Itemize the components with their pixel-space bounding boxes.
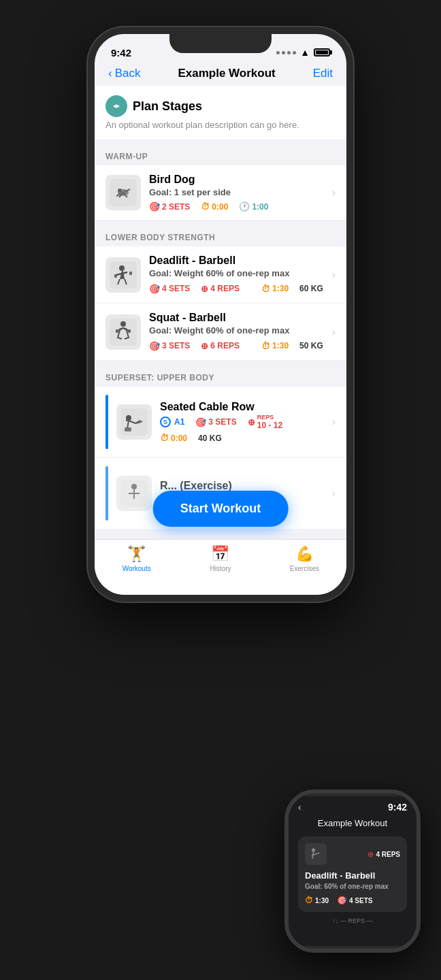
watch-stats: ⏱ 1:30 🎯 4 SETS [305,896,400,905]
exercise-name-squat: Squat - Barbell [149,312,329,324]
back-button[interactable]: ‹ Back [108,67,140,80]
svg-rect-12 [129,272,132,275]
plan-stages-icon [105,95,127,117]
chevron-right-deadlift: › [332,269,336,281]
watch-time-icon: ⏱ [305,896,313,905]
watch-crown [418,834,421,855]
tab-exercises[interactable]: 💪 Exercises [263,545,346,572]
tab-workouts[interactable]: 🏋️ Workouts [95,545,178,572]
stat-reps-cable-row: ⊕ REPS 10 - 12 [248,414,282,430]
watch-reps-badge: ⊕ 4 REPS [368,850,400,859]
stat-sets: 🎯 2 SETS [149,201,190,212]
watch-band-bottom [302,946,403,953]
svg-point-4 [118,189,122,193]
exercise-image-deadlift [105,257,141,293]
plan-stages-card: Plan Stages An optional workout plan des… [95,86,346,140]
section-warmup: WARM-UP [95,145,346,220]
svg-rect-11 [114,274,117,278]
stat-reps-squat: ⊕ 6 REPS [201,340,240,352]
watch-exercise-goal: Goal: 60% of one-rep max [305,883,400,890]
status-time: 9:42 [111,47,131,59]
workouts-icon: 🏋️ [127,545,146,563]
exercise-name-superset-2: R... (Exercise) [160,480,329,492]
svg-point-18 [126,415,131,421]
plan-stages-title: Plan Stages [133,99,202,114]
watch-title: Example Workout [298,818,407,828]
svg-point-21 [131,484,137,489]
section-header-warmup: WARM-UP [95,145,346,165]
exercise-name-cable-row: Seated Cable Row [160,401,329,413]
content-area: Plan Stages An optional workout plan des… [95,86,346,548]
watch-status-bar: ‹ 9:42 [298,802,407,813]
tab-bar: 🏋️ Workouts 📅 History 💪 Exercises [95,539,346,595]
exercise-bird-dog[interactable]: Bird Dog Goal: 1 set per side 🎯 2 SETS [95,165,346,220]
watch-reps-text: 4 REPS [376,851,400,858]
stat-weight-deadlift: 60 KG [299,282,323,295]
stat-time-deadlift: ⏱ 1:30 [261,282,289,295]
section-header-lower-body: LOWER BODY STRENGTH [95,226,346,246]
watch-stat-sets: 🎯 4 SETS [337,896,372,905]
tab-history[interactable]: 📅 History [178,545,262,572]
signal-icon [276,51,296,54]
superset-bar [105,395,108,449]
exercise-stats2-cable-row: ⏱ 0:00 40 KG [160,433,329,443]
svg-point-14 [120,321,126,327]
watch-exercise-img [305,843,327,865]
exercise-name-bird-dog: Bird Dog [149,174,329,186]
watch-reps-icon: ⊕ [368,850,374,859]
edit-button[interactable]: Edit [313,67,333,80]
exercise-goal-squat: Goal: Weight 60% of one-rep max [149,325,329,336]
stat-weight-cable-row: 40 KG [198,433,222,443]
nav-bar: ‹ Back Example Workout Edit [95,64,346,86]
chevron-right-cable-row: › [332,416,336,428]
history-icon: 📅 [211,545,229,563]
stat-time-start: ⏱ 0:00 [201,201,228,212]
stat-sets-deadlift: 🎯 4 SETS [149,282,190,295]
watch-bottom: ↑↓ — REPS — [298,917,407,924]
iphone-notch [169,34,272,53]
chevron-right-superset-2: › [332,487,336,500]
svg-rect-15 [116,329,118,333]
wifi-icon: ▲ [300,47,310,58]
svg-point-1 [115,105,118,108]
exercise-stats-deadlift: 🎯 4 SETS ⊕ 4 REPS ⏱ 1:30 [149,282,329,295]
svg-point-22 [312,848,315,851]
watch-exercise-card: ⊕ 4 REPS Deadlift - Barbell Goal: 60% of… [298,836,407,912]
section-header-superset: SUPERSET: UPPER BODY [95,366,346,387]
exercise-name-deadlift: Deadlift - Barbell [149,255,329,267]
exercise-image-bird-dog [105,175,141,210]
back-label: Back [115,67,141,80]
exercise-image-squat [105,314,141,350]
apple-watch: ‹ 9:42 Example Workout ⊕ 4 REPS [284,789,421,953]
watch-time: 9:42 [388,802,407,813]
exercise-image-cable-row [116,404,152,440]
exercise-stats-squat: 🎯 3 SETS ⊕ 6 REPS ⏱ 1:30 [149,340,329,352]
watch-exercise-header: ⊕ 4 REPS [305,843,400,865]
exercise-details-cable-row: Seated Cable Row S A1 🎯 3 SETS [160,401,329,443]
exercise-seated-cable-row[interactable]: Seated Cable Row S A1 🎯 3 SETS [95,387,346,458]
exercise-details-bird-dog: Bird Dog Goal: 1 set per side 🎯 2 SETS [149,174,329,212]
stat-time-squat: ⏱ 1:30 [261,340,289,352]
status-icons: ▲ [276,47,330,58]
tab-workouts-label: Workouts [122,565,151,572]
chevron-right-icon: › [332,186,336,199]
plan-stages-desc: An optional workout plan description can… [105,120,336,130]
chevron-left-icon: ‹ [108,67,112,80]
exercise-deadlift[interactable]: Deadlift - Barbell Goal: Weight 60% of o… [95,246,346,304]
nav-title: Example Workout [178,67,275,80]
exercise-details-squat: Squat - Barbell Goal: Weight 60% of one-… [149,312,329,352]
stat-time-end: 🕐 1:00 [239,201,268,212]
superset-bar-2 [105,466,108,521]
watch-exercise-name: Deadlift - Barbell [305,870,400,881]
svg-point-10 [119,265,125,271]
watch-screen: ‹ 9:42 Example Workout ⊕ 4 REPS [289,794,416,949]
start-workout-button[interactable]: Start Workout [153,491,289,527]
battery-icon [314,48,330,56]
section-lower-body: LOWER BODY STRENGTH [95,226,346,361]
iphone-frame: 9:42 ▲ ‹ Bac [88,27,353,602]
exercise-goal-deadlift: Goal: Weight 60% of one-rep max [149,268,329,278]
chevron-right-squat: › [332,326,336,338]
exercise-image-superset-2 [116,476,152,511]
exercise-squat[interactable]: Squat - Barbell Goal: Weight 60% of one-… [95,304,346,361]
stat-sets-squat: 🎯 3 SETS [149,340,190,352]
